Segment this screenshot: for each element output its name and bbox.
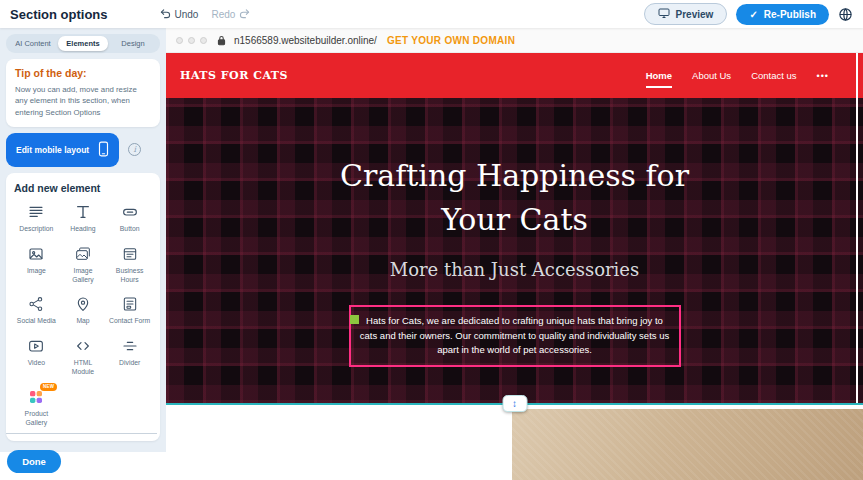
tip-title: Tip of the day:	[15, 67, 151, 79]
preview-label: Preview	[676, 9, 714, 20]
element-item-product-gallery[interactable]: NEW Product Gallery	[14, 388, 59, 428]
element-item-heading[interactable]: Heading	[61, 203, 106, 234]
website-canvas: HATS FOR CATS Home About Us Contact us •…	[166, 53, 863, 480]
undo-icon	[160, 9, 171, 19]
hero-subheading[interactable]: More than Just Accessories	[390, 259, 640, 280]
sidebar-panel: AI Content Elements Design Tip of the da…	[0, 28, 166, 452]
phone-icon	[98, 141, 109, 159]
page-title: Section options	[10, 7, 108, 22]
hero-section[interactable]: Crafting Happiness for Your Cats More th…	[166, 98, 863, 403]
contact-form-icon	[121, 295, 139, 313]
redo-button[interactable]: Redo	[211, 9, 250, 20]
nav-item-about-us[interactable]: About Us	[692, 63, 731, 88]
nav-more-icon[interactable]: •••	[817, 71, 829, 81]
element-item-html-module[interactable]: HTML Module	[61, 337, 106, 377]
element-drag-handle[interactable]	[350, 315, 359, 324]
check-icon: ✓	[749, 9, 757, 20]
republish-button[interactable]: ✓ Re-Publish	[736, 4, 829, 25]
social-media-icon	[27, 295, 45, 313]
product-gallery-icon: NEW	[27, 388, 45, 406]
element-item-image-gallery[interactable]: Image Gallery	[61, 245, 106, 285]
sidebar: AI Content Elements Design Tip of the da…	[0, 28, 166, 480]
business-hours-icon	[121, 245, 139, 263]
site-url: n1566589.websitebuilder.online/	[234, 35, 377, 46]
element-item-business-hours[interactable]: Business Hours	[107, 245, 152, 285]
nav-item-home[interactable]: Home	[646, 63, 672, 88]
code-icon	[74, 337, 92, 355]
element-item-divider[interactable]: Divider	[107, 337, 152, 377]
window-dot-icon	[200, 37, 207, 44]
image-icon	[27, 245, 45, 263]
site-header: HATS FOR CATS Home About Us Contact us •…	[166, 53, 863, 98]
site-nav: Home About Us Contact us •••	[646, 63, 829, 88]
browser-bar: n1566589.websitebuilder.online/ GET YOUR…	[166, 28, 863, 53]
monitor-icon	[658, 8, 670, 20]
tab-ai-content[interactable]: AI Content	[8, 36, 58, 51]
hero-text-element-selected[interactable]: Hats for Cats, we are dedicated to craft…	[349, 305, 681, 367]
description-icon	[27, 203, 45, 221]
nav-item-contact-us[interactable]: Contact us	[751, 63, 796, 88]
section-resize-handle[interactable]: ↕	[502, 395, 527, 412]
edit-mobile-layout-button[interactable]: Edit mobile layout	[6, 133, 119, 167]
undo-label: Undo	[175, 9, 199, 20]
element-item-contact-form[interactable]: Contact Form	[107, 295, 152, 326]
button-icon	[121, 203, 139, 221]
edit-mobile-label: Edit mobile layout	[16, 145, 89, 155]
heading-icon	[74, 203, 92, 221]
element-item-button[interactable]: Button	[107, 203, 152, 234]
tip-body: Now you can add, move and resize any ele…	[15, 84, 151, 118]
element-grid: Description Heading Button	[14, 203, 152, 428]
image-gallery-icon	[74, 245, 92, 263]
tip-of-the-day-card: Tip of the day: Now you can add, move an…	[6, 59, 160, 127]
redo-label: Redo	[211, 9, 235, 20]
preview-scrollbar-gap	[856, 53, 858, 403]
lock-icon	[217, 35, 226, 46]
sidebar-divider	[6, 433, 157, 434]
redo-icon	[239, 9, 250, 19]
element-item-description[interactable]: Description	[14, 203, 59, 234]
video-icon	[27, 337, 45, 355]
hero-heading[interactable]: Crafting Happiness for Your Cats	[315, 154, 715, 241]
undo-button[interactable]: Undo	[160, 9, 199, 20]
element-item-social-media[interactable]: Social Media	[14, 295, 59, 326]
divider-icon	[121, 337, 139, 355]
element-item-map[interactable]: Map	[61, 295, 106, 326]
topbar: Section options Undo Redo Preview ✓ Re-P…	[0, 0, 863, 28]
new-badge: NEW	[40, 383, 57, 391]
edit-mobile-row: Edit mobile layout i	[6, 133, 160, 167]
preview-button[interactable]: Preview	[644, 3, 728, 25]
add-element-title: Add new element	[14, 182, 152, 194]
language-globe-button[interactable]	[838, 7, 853, 22]
site-logo[interactable]: HATS FOR CATS	[180, 69, 288, 82]
history-controls: Undo Redo	[160, 9, 251, 20]
resize-updown-icon: ↕	[512, 398, 517, 409]
done-button[interactable]: Done	[7, 450, 61, 473]
info-icon[interactable]: i	[128, 143, 141, 156]
tab-design[interactable]: Design	[108, 36, 158, 51]
main-preview-area: n1566589.websitebuilder.online/ GET YOUR…	[166, 28, 863, 480]
topbar-actions: Preview ✓ Re-Publish	[644, 3, 853, 25]
next-section-image[interactable]	[512, 409, 863, 480]
get-domain-link[interactable]: GET YOUR OWN DOMAIN	[387, 35, 515, 46]
tab-elements[interactable]: Elements	[58, 36, 108, 51]
element-item-video[interactable]: Video	[14, 337, 59, 377]
element-item-image[interactable]: Image	[14, 245, 59, 285]
republish-label: Re-Publish	[764, 9, 816, 20]
window-dot-icon	[176, 37, 183, 44]
map-pin-icon	[74, 295, 92, 313]
add-element-card: Add new element Description Heading	[6, 173, 160, 441]
hero-body-text: Hats for Cats, we are dedicated to craft…	[360, 315, 669, 355]
window-dot-icon	[188, 37, 195, 44]
sidebar-tabs: AI Content Elements Design	[6, 34, 160, 53]
